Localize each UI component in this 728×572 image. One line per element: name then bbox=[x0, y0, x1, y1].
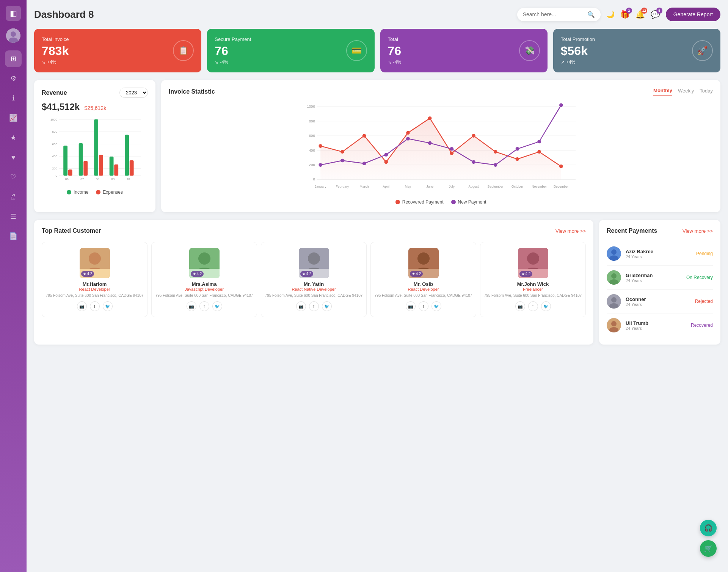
svg-point-75 bbox=[611, 249, 617, 255]
payment-item-1: Griezerman 24 Years On Recovery bbox=[607, 266, 713, 290]
svg-text:June: June bbox=[426, 185, 433, 188]
svg-text:March: March bbox=[360, 185, 369, 188]
facebook-icon-0[interactable]: f bbox=[90, 301, 100, 311]
stat-label: Total bbox=[388, 36, 519, 42]
stat-cards: Total invoice 783k ↘ +4% 📋 Secure Paymen… bbox=[34, 29, 720, 72]
svg-text:200: 200 bbox=[309, 163, 315, 167]
sidebar-item-settings[interactable]: ⚙ bbox=[5, 70, 22, 87]
recovered-dot bbox=[537, 150, 541, 154]
trend-down-icon: ↘ bbox=[215, 60, 218, 65]
cart-icon: 🛒 bbox=[704, 544, 712, 553]
bell-badge: 12 bbox=[641, 8, 647, 14]
sidebar-item-dashboard[interactable]: ⊞ bbox=[5, 50, 22, 67]
svg-text:0: 0 bbox=[56, 174, 58, 177]
cart-float-button[interactable]: 🛒 bbox=[700, 540, 717, 557]
facebook-icon-2[interactable]: f bbox=[309, 301, 319, 311]
bell-icon-container[interactable]: 🔔 12 bbox=[635, 10, 645, 19]
generate-report-button[interactable]: Generate Report bbox=[666, 8, 720, 21]
tab-weekly[interactable]: Weekly bbox=[678, 88, 694, 96]
sidebar-item-print[interactable]: 🖨 bbox=[5, 188, 22, 205]
instagram-icon-4[interactable]: 📷 bbox=[515, 301, 525, 311]
customer-role-3: React Developer bbox=[374, 287, 473, 291]
social-icons-0: 📷 f 🐦 bbox=[45, 301, 144, 311]
stat-change: ↗ +4% bbox=[561, 60, 692, 65]
instagram-icon-1[interactable]: 📷 bbox=[187, 301, 196, 311]
sidebar-item-analytics[interactable]: 📈 bbox=[5, 110, 22, 126]
instagram-icon-0[interactable]: 📷 bbox=[77, 301, 87, 311]
stat-icon-circle: 💳 bbox=[346, 40, 367, 61]
svg-point-59 bbox=[198, 252, 210, 265]
dark-mode-toggle[interactable]: 🌙 bbox=[606, 10, 615, 19]
facebook-icon-3[interactable]: f bbox=[419, 301, 428, 311]
sidebar-item-star[interactable]: ★ bbox=[5, 129, 22, 146]
customer-photo-1: ★ 4.2 bbox=[189, 248, 220, 278]
recent-payments-card: Recent Payments View more >> Aziz Bakree bbox=[599, 220, 720, 345]
recovered-dot bbox=[362, 134, 366, 138]
sidebar-item-list[interactable]: 📄 bbox=[5, 228, 22, 244]
recent-payments-view-more[interactable]: View more >> bbox=[682, 228, 713, 234]
rating-badge-2: ★ 4.2 bbox=[300, 271, 314, 277]
payment-avatar-1 bbox=[607, 270, 621, 285]
customer-card-3: ★ 4.2 Mr. Osib React Developer 795 Folso… bbox=[370, 242, 476, 317]
recovered-label: Recovered Payment bbox=[402, 199, 444, 205]
rating-value-0: 4.2 bbox=[87, 272, 93, 276]
recovered-dot bbox=[384, 160, 388, 164]
recovered-dot bbox=[406, 131, 410, 135]
gift-icon-container[interactable]: 🎁 2 bbox=[620, 10, 630, 19]
search-input[interactable] bbox=[523, 11, 584, 17]
stat-card-secure-payment: Secure Payment 76 ↘ -4% 💳 bbox=[207, 29, 374, 72]
tab-monthly[interactable]: Monthly bbox=[653, 88, 672, 96]
rating-badge-0: ★ 4.2 bbox=[81, 271, 94, 277]
twitter-icon-4[interactable]: 🐦 bbox=[541, 301, 551, 311]
sidebar-item-menu[interactable]: ☰ bbox=[5, 208, 22, 225]
twitter-icon-1[interactable]: 🐦 bbox=[212, 301, 222, 311]
heart-outline-icon: ♡ bbox=[10, 173, 16, 181]
logo-icon: ◧ bbox=[10, 9, 17, 18]
facebook-icon-1[interactable]: f bbox=[199, 301, 209, 311]
star-icon-small: ★ bbox=[521, 272, 525, 276]
recovered-area bbox=[320, 118, 561, 180]
invoice-title: Invoice Statistic bbox=[169, 88, 215, 95]
top-customers-view-more[interactable]: View more >> bbox=[555, 228, 586, 234]
sidebar-item-info[interactable]: ℹ bbox=[5, 90, 22, 107]
customer-photo-2: ★ 4.2 bbox=[299, 248, 329, 278]
sidebar-item-heart1[interactable]: ♥ bbox=[5, 149, 22, 166]
customer-addr-3: 795 Folsom Ave, Suite 600 San Francisco,… bbox=[374, 293, 473, 298]
twitter-icon-0[interactable]: 🐦 bbox=[103, 301, 113, 311]
stat-value: 783k bbox=[42, 44, 173, 58]
payment-status-0: Pending bbox=[696, 251, 713, 256]
rating-badge-1: ★ 4.2 bbox=[191, 271, 204, 277]
svg-rect-21 bbox=[94, 119, 98, 176]
chat-icon-container[interactable]: 💬 5 bbox=[651, 10, 660, 19]
top-customers-title: Top Rated Customer bbox=[42, 227, 101, 234]
sidebar-avatar[interactable] bbox=[6, 28, 20, 43]
tab-today[interactable]: Today bbox=[700, 88, 713, 96]
twitter-icon-3[interactable]: 🐦 bbox=[431, 301, 441, 311]
rating-badge-4: ★ 4.2 bbox=[519, 271, 533, 277]
svg-text:600: 600 bbox=[52, 143, 58, 146]
svg-point-81 bbox=[611, 297, 617, 302]
stat-card-total-invoice: Total invoice 783k ↘ +4% 📋 bbox=[34, 29, 201, 72]
year-select[interactable]: 2023 2022 bbox=[119, 88, 148, 98]
headset-icon: 🎧 bbox=[704, 524, 712, 532]
instagram-icon-3[interactable]: 📷 bbox=[406, 301, 416, 311]
recovered-dot bbox=[472, 134, 475, 138]
search-box[interactable]: 🔍 bbox=[517, 8, 601, 21]
customer-name-3: Mr. Osib bbox=[374, 281, 473, 287]
recovered-dot bbox=[318, 144, 322, 148]
page-title: Dashboard 8 bbox=[34, 9, 94, 20]
support-float-button[interactable]: 🎧 bbox=[700, 520, 717, 536]
sidebar-item-heart2[interactable]: ♡ bbox=[5, 169, 22, 185]
svg-point-71 bbox=[527, 252, 539, 265]
facebook-icon-4[interactable]: f bbox=[528, 301, 538, 311]
customer-name-1: Mrs.Asima bbox=[155, 281, 254, 287]
main-content: Dashboard 8 🔍 🌙 🎁 2 🔔 12 💬 5 Generate Re… bbox=[27, 0, 728, 572]
customer-role-0: React Developer bbox=[45, 287, 144, 291]
instagram-icon-2[interactable]: 📷 bbox=[296, 301, 306, 311]
change-value: +4% bbox=[47, 60, 56, 65]
new-payment-dot bbox=[362, 161, 366, 165]
social-icons-3: 📷 f 🐦 bbox=[374, 301, 473, 311]
svg-point-67 bbox=[417, 252, 430, 265]
twitter-icon-2[interactable]: 🐦 bbox=[322, 301, 332, 311]
sidebar-logo[interactable]: ◧ bbox=[6, 6, 21, 21]
